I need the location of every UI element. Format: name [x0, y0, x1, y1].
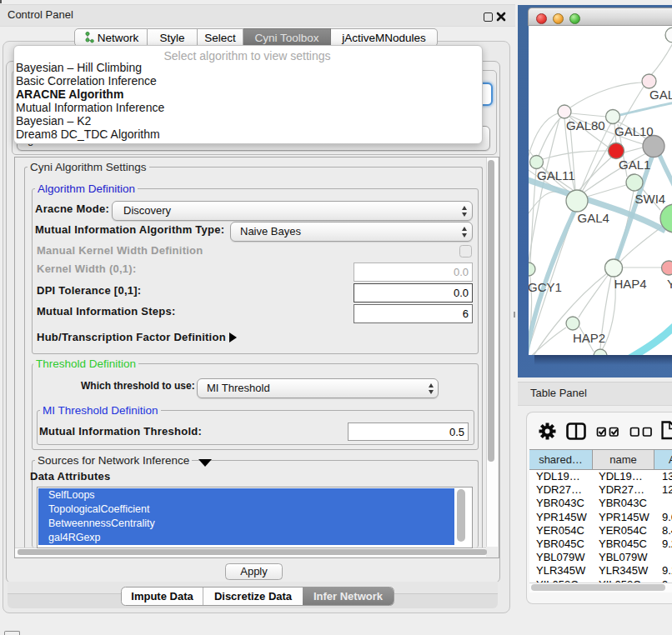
svg-text:GAL1: GAL1: [619, 158, 650, 172]
svg-text:SWI4: SWI4: [635, 192, 666, 206]
svg-text:GAL10: GAL10: [614, 124, 654, 138]
svg-text:HAP4: HAP4: [614, 277, 647, 291]
svg-text:GAL2: GAL2: [649, 88, 672, 102]
svg-text:GAL4: GAL4: [578, 211, 609, 225]
svg-text:GAL11: GAL11: [537, 168, 575, 182]
svg-text:GCY1: GCY1: [529, 280, 562, 294]
svg-text:GAL80: GAL80: [566, 118, 605, 132]
svg-text:YP: YP: [667, 277, 672, 291]
svg-text:HAP2: HAP2: [573, 331, 605, 345]
